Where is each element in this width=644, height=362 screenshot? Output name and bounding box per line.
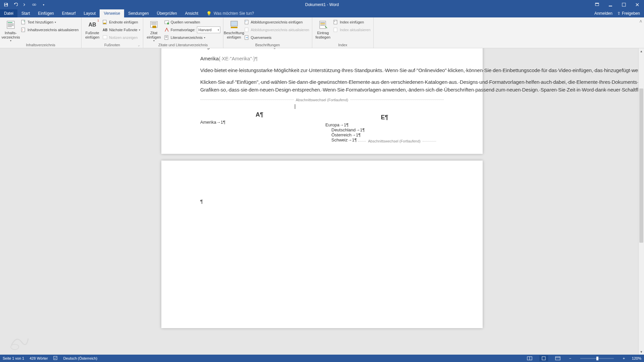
next-footnote-button[interactable]: AB Nächste Fußnote ▾ [102, 26, 140, 33]
zoom-in-button[interactable]: + [621, 356, 627, 360]
vertical-scrollbar[interactable]: ▲ ▼ [638, 48, 644, 355]
text-amerika: Amerika [200, 56, 219, 61]
citation-style-row: Formatvorlage: Harvard [164, 26, 220, 33]
web-layout-button[interactable] [553, 355, 562, 361]
pilcrow: ¶ [255, 56, 258, 61]
tab-start[interactable]: Start [17, 9, 34, 17]
update-toc-label: Inhaltsverzeichnis aktualisieren [28, 28, 78, 32]
tab-sendungen[interactable]: Sendungen [124, 9, 153, 17]
zoom-slider[interactable] [580, 358, 614, 359]
mark-entry-label: Eintrag festlegen [316, 31, 331, 39]
svg-text:!: ! [22, 28, 23, 32]
launcher-icon[interactable]: ⌐ [138, 44, 140, 47]
insert-citation-button[interactable]: Zitat einfügen ▾ [146, 19, 162, 42]
scroll-thumb[interactable] [639, 88, 643, 243]
word-count[interactable]: 428 Wörter [30, 356, 48, 360]
zoom-handle[interactable] [596, 357, 598, 360]
svg-rect-7 [622, 3, 626, 6]
insert-index-button[interactable]: Index einfügen [333, 19, 371, 25]
scroll-down-button[interactable]: ▼ [639, 349, 644, 355]
group-label-citations: Zitate und Literaturverzeichnis [146, 42, 220, 48]
share-button[interactable]: ⇪ Freigeben [617, 11, 640, 16]
tab-ueberpruefen[interactable]: Überprüfen [153, 9, 181, 17]
paragraph-1[interactable]: Klicken·Sie·an·die·Position,·an·der·Sie·… [200, 48, 444, 51]
svg-rect-37 [320, 23, 325, 24]
cross-reference-button[interactable]: Querverweis [244, 34, 309, 41]
maximize-button[interactable] [617, 0, 631, 9]
tab-ansicht[interactable]: Ansicht [181, 9, 202, 17]
redo-button[interactable] [21, 1, 28, 8]
titlebar: ▾ Dokument1 - Word [0, 0, 644, 9]
save-button[interactable] [3, 1, 9, 8]
index-entry-oesterreich[interactable]: Österreich→1¶ [325, 132, 444, 137]
index-entry-schweiz[interactable]: Schweiz→1¶ Abschnittswechsel (Fortlaufen… [325, 137, 444, 143]
svg-rect-12 [8, 25, 14, 26]
undo-button[interactable] [12, 1, 19, 8]
update-toc-button[interactable]: ! Inhaltsverzeichnis aktualisieren [21, 26, 78, 33]
zoom-out-button[interactable]: − [568, 356, 573, 360]
spellcheck-icon[interactable] [53, 356, 58, 361]
toc-icon [5, 19, 16, 30]
svg-rect-21 [151, 22, 157, 23]
lightbulb-icon: 💡 [206, 11, 212, 16]
toc-label: Inhalts- verzeichnis [1, 31, 20, 39]
customize-qat-button[interactable]: ▾ [40, 1, 47, 8]
zoom-level[interactable]: 120% [632, 356, 641, 360]
insert-footnote-button[interactable]: AB 1 Fußnote einfügen [84, 19, 100, 39]
index-entry-amerika[interactable]: Amerika→1¶ [200, 120, 319, 125]
tell-me-search[interactable]: 💡 Was möchten Sie tun? [206, 9, 254, 17]
citation-style-select[interactable]: Harvard [197, 26, 220, 33]
section-break-1: Abschnittswechsel (Fortlaufend) [200, 98, 444, 102]
insert-caption-button[interactable]: Beschriftung einfügen [226, 19, 242, 39]
update-tof-button[interactable]: Abbildungsverzeichnis aktualisieren [244, 26, 309, 33]
tab-layout[interactable]: Layout [79, 9, 100, 17]
add-text-button[interactable]: Text hinzufügen ▾ [21, 19, 78, 25]
add-text-label: Text hinzufügen [28, 20, 53, 24]
update-tof-icon [244, 27, 250, 33]
add-text-icon [21, 19, 26, 25]
tab-verweise[interactable]: Verweise [100, 9, 124, 17]
mark-entry-button[interactable]: Eintrag festlegen [315, 19, 331, 39]
document-area[interactable]: Klicken·Sie·an·die·Position,·an·der·Sie·… [0, 48, 644, 355]
page-indicator[interactable]: Seite 1 von 1 [3, 356, 24, 360]
manage-sources-button[interactable]: Quellen verwalten [164, 19, 220, 25]
toc-button[interactable]: Inhalts- verzeichnis ▾ [3, 19, 19, 42]
touch-mode-button[interactable] [31, 1, 38, 8]
read-mode-button[interactable] [525, 355, 534, 361]
bibliography-label: Literaturverzeichnis [171, 36, 203, 40]
mark-entry-icon [318, 19, 328, 30]
update-index-icon [333, 27, 338, 33]
index-heading-e: E¶ [325, 114, 444, 121]
endnote-icon [102, 19, 108, 25]
signin-link[interactable]: Anmelden [594, 11, 612, 16]
section-break-2: Abschnittswechsel (Fortlaufend) [358, 139, 436, 143]
insert-tof-label: Abbildungsverzeichnis einfügen [251, 20, 303, 24]
minimize-button[interactable] [604, 0, 617, 9]
share-icon: ⇪ [617, 11, 621, 16]
group-beschriftungen: Beschriftung einfügen Abbildungsverzeich… [223, 17, 312, 48]
show-notes-button[interactable]: Notizen anzeigen [102, 34, 140, 41]
print-layout-button[interactable] [539, 355, 548, 361]
ribbon-options-button[interactable] [590, 0, 604, 9]
svg-rect-29 [231, 21, 237, 26]
tab-file[interactable]: Datei [0, 9, 17, 17]
collapse-ribbon-button[interactable]: ᐱ [640, 19, 642, 23]
paragraph-3[interactable]: Video·bietet·eine·leistungsstarke·Möglic… [200, 66, 444, 74]
paragraph-index-entry[interactable]: Amerika{·XE·"Amerika"·}¶ [200, 55, 444, 62]
svg-rect-38 [320, 25, 325, 25]
close-button[interactable] [631, 0, 644, 9]
index-entry-deutschland[interactable]: Deutschland→1¶ [325, 127, 444, 132]
tab-einfuegen[interactable]: Einfügen [34, 9, 58, 17]
update-index-button[interactable]: Index aktualisieren [333, 26, 371, 33]
insert-tof-button[interactable]: Abbildungsverzeichnis einfügen [244, 19, 309, 25]
bibliography-button[interactable]: Literaturverzeichnis ▾ [164, 34, 220, 41]
svg-rect-27 [165, 36, 167, 37]
insert-endnote-button[interactable]: Endnote einfügen [102, 19, 140, 25]
language-indicator[interactable]: Deutsch (Österreich) [63, 356, 97, 360]
index-entry-europa[interactable]: Europa→1¶ [325, 122, 444, 127]
paragraph-4[interactable]: Klicken·Sie·auf·"Einfügen",·und·wählen·S… [200, 78, 444, 94]
svg-point-2 [33, 4, 34, 5]
scroll-up-button[interactable]: ▲ [639, 48, 644, 54]
empty-paragraph[interactable]: ¶ [200, 197, 444, 205]
tab-entwurf[interactable]: Entwurf [58, 9, 80, 17]
